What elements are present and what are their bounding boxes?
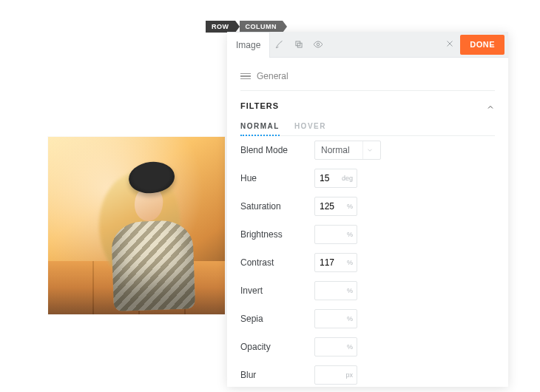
- section-general[interactable]: General: [240, 67, 495, 91]
- opacity-label: Opacity: [240, 342, 314, 352]
- tab-image[interactable]: Image: [227, 32, 270, 58]
- blend-mode-select[interactable]: Normal: [314, 141, 381, 160]
- menu-icon: [240, 72, 251, 81]
- panel-header: Image DONE: [227, 32, 508, 58]
- blend-mode-label: Blend Mode: [240, 145, 314, 155]
- row-sepia: Sepia %: [240, 305, 495, 333]
- subtab-normal[interactable]: NORMAL: [240, 118, 280, 136]
- blend-mode-value: Normal: [321, 145, 350, 155]
- invert-label: Invert: [240, 285, 314, 296]
- row-opacity: Opacity %: [240, 333, 495, 361]
- brightness-unit: %: [343, 231, 357, 238]
- duplicate-icon[interactable]: [289, 32, 308, 58]
- contrast-unit: %: [343, 259, 357, 266]
- opacity-input[interactable]: %: [314, 337, 357, 356]
- subtab-hover[interactable]: HOVER: [294, 118, 326, 135]
- eye-icon[interactable]: [308, 32, 328, 58]
- opacity-unit: %: [343, 343, 357, 351]
- close-icon[interactable]: [439, 39, 460, 50]
- general-label: General: [257, 71, 288, 81]
- hue-input[interactable]: deg: [314, 169, 357, 188]
- blur-input[interactable]: px: [314, 365, 357, 385]
- brush-icon[interactable]: [270, 32, 289, 58]
- row-invert: Invert %: [240, 277, 495, 305]
- hue-unit: deg: [338, 175, 357, 182]
- blur-label: Blur: [240, 370, 314, 380]
- invert-input[interactable]: %: [314, 281, 357, 300]
- invert-unit: %: [343, 287, 357, 294]
- row-brightness: Brightness %: [240, 220, 495, 249]
- preview-image[interactable]: [48, 137, 225, 314]
- sepia-label: Sepia: [240, 314, 314, 324]
- blur-value[interactable]: [320, 370, 342, 380]
- brightness-value[interactable]: [320, 229, 343, 240]
- invert-value[interactable]: [320, 285, 343, 296]
- row-saturation: Saturation %: [240, 192, 495, 220]
- svg-rect-1: [298, 43, 303, 47]
- hue-value[interactable]: [320, 173, 338, 183]
- svg-point-2: [317, 43, 320, 46]
- style-panel: Image DONE General FILTERS NORMAL H: [227, 32, 508, 387]
- saturation-unit: %: [343, 203, 357, 210]
- chevron-down-icon: [362, 141, 376, 159]
- done-button[interactable]: DONE: [460, 35, 504, 55]
- filters-title: FILTERS: [240, 101, 279, 110]
- row-contrast: Contrast %: [240, 249, 495, 277]
- row-blur: Blur px: [240, 361, 495, 389]
- filter-subtabs: NORMAL HOVER: [240, 118, 495, 136]
- contrast-label: Contrast: [240, 257, 314, 268]
- saturation-label: Saturation: [240, 201, 314, 212]
- svg-rect-0: [296, 41, 300, 46]
- row-hue: Hue deg: [240, 164, 495, 192]
- sepia-input[interactable]: %: [314, 309, 357, 328]
- hue-label: Hue: [240, 173, 314, 183]
- sepia-unit: %: [343, 315, 357, 322]
- contrast-input[interactable]: %: [314, 253, 357, 272]
- chevron-up-icon: [486, 101, 495, 110]
- sepia-value[interactable]: [320, 314, 343, 324]
- blur-unit: px: [342, 371, 357, 379]
- saturation-value[interactable]: [320, 201, 343, 212]
- saturation-input[interactable]: %: [314, 197, 357, 216]
- brightness-label: Brightness: [240, 229, 314, 240]
- section-filters-header[interactable]: FILTERS: [240, 91, 495, 118]
- opacity-value[interactable]: [320, 342, 343, 352]
- row-blend-mode: Blend Mode Normal: [240, 136, 495, 164]
- contrast-value[interactable]: [320, 257, 343, 268]
- brightness-input[interactable]: %: [314, 225, 357, 244]
